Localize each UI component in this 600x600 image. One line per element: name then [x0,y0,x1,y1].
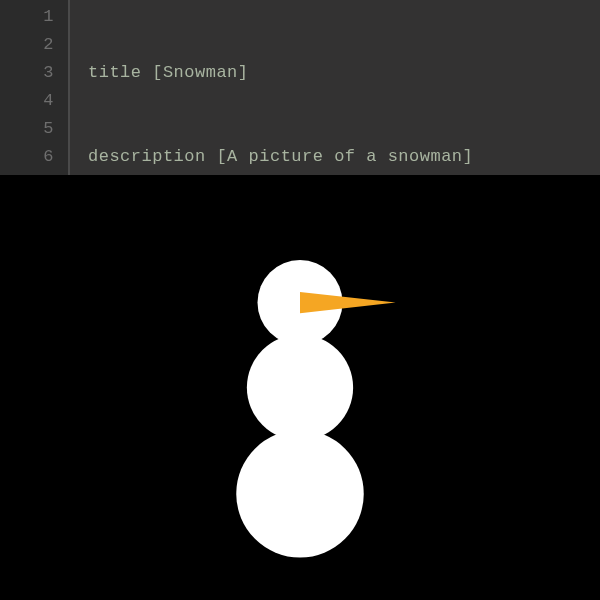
code-line[interactable]: title [Snowman] [88,59,600,87]
circle-shape [247,334,353,440]
code-area[interactable]: title [Snowman] description [A picture o… [70,0,600,175]
line-number: 1 [0,3,54,31]
line-number: 2 [0,31,54,59]
drawing-svg [0,175,600,600]
line-number: 3 [0,59,54,87]
line-number: 6 [0,143,54,171]
line-number: 5 [0,115,54,143]
line-number: 4 [0,87,54,115]
code-editor[interactable]: 1 2 3 4 5 6 title [Snowman] description … [0,0,600,175]
circle-shape [236,430,364,558]
code-line[interactable]: description [A picture of a snowman] [88,143,600,171]
output-canvas [0,175,600,600]
line-number-gutter: 1 2 3 4 5 6 [0,0,70,175]
